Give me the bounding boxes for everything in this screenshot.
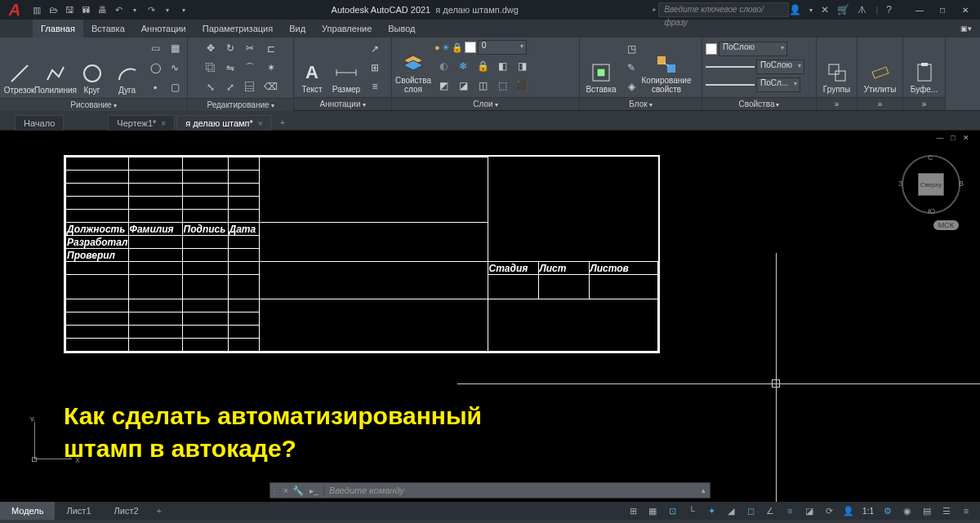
doc-tab-start[interactable]: Начало bbox=[15, 115, 64, 131]
cmdline-customize-icon[interactable]: 🔧 bbox=[292, 485, 305, 496]
vp-close-icon[interactable]: ✕ bbox=[960, 133, 972, 143]
tab-manage[interactable]: Управление bbox=[314, 20, 380, 38]
ellipse-icon[interactable]: ◯ bbox=[146, 59, 164, 77]
dropdown-icon[interactable]: ▾ bbox=[127, 2, 142, 17]
spline-icon[interactable]: ∿ bbox=[166, 59, 184, 77]
mtext-icon[interactable]: ≡ bbox=[366, 78, 384, 95]
circle-tool[interactable]: Круг bbox=[76, 39, 108, 96]
close-icon[interactable]: × bbox=[161, 119, 166, 128]
doc-tab-stamp[interactable]: я делаю штамп*× bbox=[176, 115, 272, 131]
color-select[interactable]: ПоСлою bbox=[719, 42, 787, 56]
tab-annotate[interactable]: Аннотации bbox=[133, 20, 194, 38]
move-icon[interactable]: ✥ bbox=[202, 39, 220, 57]
viewcube-north[interactable]: С bbox=[928, 153, 933, 162]
dimension-tool[interactable]: Размер bbox=[330, 39, 363, 95]
help-search-input[interactable]: Введите ключевое слово/фразу bbox=[658, 2, 789, 17]
layer-properties-tool[interactable]: Свойства слоя bbox=[395, 39, 431, 95]
trim-icon[interactable]: ✂ bbox=[241, 39, 259, 57]
layer-delete-icon[interactable]: ⬛ bbox=[513, 77, 531, 95]
cart-icon[interactable]: 🛒 bbox=[837, 4, 849, 16]
viewcube[interactable]: Сверху С Ю З В bbox=[902, 155, 960, 214]
annotation-monitor-icon[interactable]: ◉ bbox=[898, 503, 916, 519]
workspace-switch-icon[interactable]: ⚙ bbox=[879, 503, 897, 519]
command-line[interactable]: ⋮⋮ × 🔧 ▸_ Введите команду ▴ bbox=[270, 482, 710, 499]
annotation-scale-icon[interactable]: 👤 bbox=[840, 503, 858, 519]
array-icon[interactable]: ⿳ bbox=[241, 78, 259, 96]
grid-toggle[interactable]: ▦ bbox=[644, 503, 662, 519]
hatch-icon[interactable]: ▦ bbox=[166, 39, 184, 57]
group-tool[interactable]: Группы bbox=[821, 39, 853, 95]
help-icon[interactable]: ? bbox=[886, 4, 892, 16]
minimize-button[interactable]: — bbox=[908, 2, 931, 17]
panel-title-groups[interactable]: » bbox=[817, 97, 857, 110]
print-icon[interactable]: 🖶 bbox=[95, 2, 109, 17]
insert-block-tool[interactable]: Вставка bbox=[583, 39, 619, 95]
vp-maximize-icon[interactable]: □ bbox=[947, 133, 959, 143]
app-logo-icon[interactable]: A bbox=[3, 0, 26, 20]
panel-title-clipboard[interactable]: » bbox=[903, 97, 945, 110]
polar-toggle[interactable]: ✦ bbox=[702, 503, 720, 519]
panel-title-properties[interactable]: Свойства▾ bbox=[702, 97, 816, 110]
maximize-button[interactable]: □ bbox=[931, 2, 954, 17]
match-properties-tool[interactable]: Копирование свойств bbox=[644, 39, 689, 95]
layer-select[interactable]: 0 bbox=[478, 40, 527, 55]
line-tool[interactable]: Отрезок bbox=[3, 39, 35, 96]
panel-title-layers[interactable]: Слои▾ bbox=[392, 97, 579, 110]
layer-prev-icon[interactable]: ◩ bbox=[434, 77, 452, 95]
stretch-icon[interactable]: ⤡ bbox=[202, 78, 220, 96]
tab-home[interactable]: Главная bbox=[33, 20, 83, 38]
tab-view[interactable]: Вид bbox=[281, 20, 314, 38]
save-icon[interactable]: 🖫 bbox=[62, 2, 77, 17]
point-icon[interactable]: ▪ bbox=[146, 78, 164, 96]
layer-states-icon[interactable]: ◫ bbox=[474, 77, 492, 95]
erase-icon[interactable]: ⌫ bbox=[262, 78, 280, 95]
panel-title-utilities[interactable]: » bbox=[858, 97, 902, 110]
offset-icon[interactable]: ⊏ bbox=[262, 40, 280, 58]
cmdline-grip-icon[interactable]: ⋮⋮ bbox=[270, 486, 280, 495]
tab-insert[interactable]: Вставка bbox=[83, 20, 133, 38]
layer-lock-icon[interactable]: 🔒 bbox=[474, 57, 492, 75]
open-icon[interactable]: 🗁 bbox=[46, 2, 60, 17]
dropdown-icon[interactable]: ▾ bbox=[160, 2, 175, 17]
region-icon[interactable]: ▢ bbox=[166, 78, 184, 96]
layout-tab-add[interactable]: + bbox=[150, 506, 168, 516]
redo-icon[interactable]: ↷ bbox=[144, 2, 158, 17]
panel-title-annotation[interactable]: Аннотации▾ bbox=[294, 97, 391, 110]
snap-toggle[interactable]: ⊡ bbox=[663, 503, 681, 519]
viewcube-east[interactable]: В bbox=[959, 180, 964, 188]
paste-tool[interactable]: Буфе... bbox=[906, 39, 942, 95]
layer-iso-icon[interactable]: ◧ bbox=[493, 57, 511, 75]
leader-icon[interactable]: ↗ bbox=[366, 40, 384, 58]
doc-tab-drawing1[interactable]: Чертеж1*× bbox=[108, 115, 175, 131]
new-doc-tab[interactable]: + bbox=[274, 115, 292, 130]
panel-title-block[interactable]: Блок▾ bbox=[580, 97, 702, 110]
isodraft-toggle[interactable]: ◢ bbox=[722, 503, 740, 519]
cycling-toggle[interactable]: ⟳ bbox=[820, 503, 838, 519]
mirror-icon[interactable]: ⇋ bbox=[221, 59, 239, 77]
layout-tab-model[interactable]: Модель bbox=[0, 502, 55, 520]
wcs-badge[interactable]: МСК bbox=[933, 220, 959, 230]
fillet-icon[interactable]: ⌒ bbox=[241, 59, 259, 77]
layer-freeze-icon[interactable]: ❄ bbox=[454, 57, 472, 75]
viewcube-top-face[interactable]: Сверху bbox=[918, 173, 944, 196]
edit-block-icon[interactable]: ✎ bbox=[622, 59, 640, 77]
model-space-button[interactable]: ⊞ bbox=[624, 503, 642, 519]
linetype-select[interactable]: ПоСл... bbox=[756, 78, 800, 92]
saveas-icon[interactable]: 🖬 bbox=[78, 2, 93, 17]
layer-match-icon[interactable]: ◨ bbox=[513, 57, 531, 75]
drawing-canvas[interactable]: — □ ✕ Сверху С Ю З В МСК Должность Фамил… bbox=[0, 131, 980, 502]
layout-tab-sheet2[interactable]: Лист2 bbox=[103, 502, 150, 520]
cmdline-close-icon[interactable]: × bbox=[280, 486, 292, 495]
qat-menu-icon[interactable]: ▾ bbox=[176, 2, 191, 17]
lineweight-toggle[interactable]: ≡ bbox=[781, 503, 799, 519]
table-icon[interactable]: ⊞ bbox=[366, 59, 384, 77]
create-block-icon[interactable]: ◳ bbox=[622, 40, 640, 58]
layer-off-icon[interactable]: ◐ bbox=[434, 57, 452, 75]
new-icon[interactable]: ▥ bbox=[29, 2, 44, 17]
text-tool[interactable]: A Текст bbox=[297, 39, 327, 95]
polyline-tool[interactable]: Полилиния bbox=[38, 39, 73, 96]
rotate-icon[interactable]: ↻ bbox=[221, 39, 239, 57]
undo-icon[interactable]: ↶ bbox=[111, 2, 126, 17]
ortho-toggle[interactable]: └ bbox=[683, 503, 701, 519]
transparency-toggle[interactable]: ◪ bbox=[800, 503, 818, 519]
